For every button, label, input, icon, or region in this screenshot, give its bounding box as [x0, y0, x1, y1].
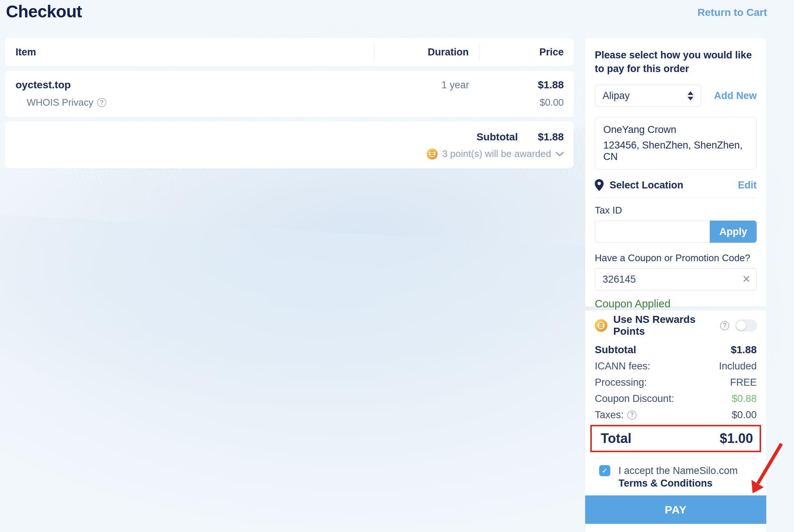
item-duration: 1 year: [385, 79, 479, 91]
coupon-question-label: Have a Coupon or Promotion Code?: [595, 252, 757, 264]
help-icon[interactable]: ?: [627, 410, 637, 420]
icann-fees-label: ICANN fees:: [595, 361, 650, 372]
taxes-value: $0.00: [732, 409, 757, 421]
total-label: Total: [601, 431, 631, 446]
edit-location-link[interactable]: Edit: [738, 180, 757, 191]
terms-checkbox[interactable]: ✓: [599, 465, 610, 476]
rewards-coin-icon: [427, 149, 438, 160]
summary-row-processing: Processing: FREE: [595, 376, 757, 389]
domain-name: oyctest.top: [5, 79, 385, 91]
terms-prefix: I accept the NameSilo.com: [618, 465, 738, 476]
summary-row-icann: ICANN fees: Included: [595, 360, 757, 372]
rewards-coin-icon: [595, 319, 607, 332]
coupon-discount-value: $0.88: [732, 393, 757, 405]
item-addon: WHOIS Privacy ?: [5, 97, 385, 108]
payment-prompt: Please select how you would like to pay …: [595, 48, 754, 76]
column-header-duration: Duration: [374, 43, 479, 61]
total-value: $1.00: [720, 431, 753, 446]
payment-method-section: Please select how you would like to pay …: [585, 38, 766, 307]
addon-label: WHOIS Privacy: [27, 97, 94, 108]
coupon-discount-label: Coupon Discount:: [595, 393, 674, 405]
payment-sidebar: Please select how you would like to pay …: [585, 38, 766, 532]
add-new-payment-link[interactable]: Add New: [714, 90, 757, 102]
summary-row-subtotal: Subtotal $1.88: [595, 344, 757, 356]
summary-row-taxes: Taxes: ? $0.00: [595, 409, 757, 421]
summary-subtotal-value: $1.88: [731, 344, 757, 356]
payment-method-select[interactable]: Alipay: [595, 85, 701, 107]
return-to-cart-link[interactable]: Return to Cart: [698, 7, 767, 18]
billing-address-box: OneYang Crown 123456, ShenZhen, ShenZhen…: [595, 117, 757, 170]
payer-name: OneYang Crown: [603, 124, 748, 136]
column-header-price: Price: [479, 43, 574, 61]
apply-tax-id-button[interactable]: Apply: [710, 221, 757, 243]
selected-payment-method: Alipay: [603, 90, 630, 102]
order-summary-section: Use NS Rewards Points ? Subtotal $1.88 I…: [585, 310, 766, 532]
help-icon[interactable]: ?: [97, 98, 106, 107]
addon-price: $0.00: [479, 97, 574, 108]
processing-value: FREE: [730, 377, 757, 388]
order-subtotal-label: Subtotal: [476, 131, 518, 143]
summary-subtotal-label: Subtotal: [595, 344, 636, 356]
chevron-down-icon: [556, 151, 564, 157]
check-icon: ✓: [602, 466, 608, 475]
clear-coupon-icon[interactable]: ✕: [742, 274, 751, 284]
icann-fees-value: Included: [719, 361, 757, 372]
terms-text: I accept the NameSilo.com Terms & Condit…: [618, 464, 748, 490]
rewards-points-toggle[interactable]: [735, 320, 757, 331]
tax-id-label: Tax ID: [595, 205, 757, 216]
checkout-page: Checkout Return to Cart Item Duration Pr…: [0, 0, 794, 532]
order-subtotal-value: $1.88: [538, 131, 564, 143]
column-header-item: Item: [5, 38, 374, 66]
points-note-text: 3 point(s) will be awarded: [442, 148, 551, 160]
payer-address: 123456, ShenZhen, ShenZhen, CN: [603, 140, 748, 163]
use-rewards-points-label: Use NS Rewards Points: [613, 314, 714, 337]
total-highlight-box: Total $1.00: [590, 425, 761, 452]
rewards-points-note[interactable]: 3 point(s) will be awarded: [427, 148, 564, 160]
location-pin-icon: [595, 179, 604, 191]
order-items-column: Item Duration Price oyctest.top 1 year $…: [5, 38, 574, 168]
summary-row-discount: Coupon Discount: $0.88: [595, 392, 757, 405]
order-item-row: oyctest.top 1 year $1.88 WHOIS Privacy ?…: [5, 71, 574, 117]
divider: [595, 198, 757, 198]
taxes-label: Taxes:: [595, 409, 624, 421]
help-icon[interactable]: ?: [720, 321, 729, 330]
page-title: Checkout: [6, 1, 82, 21]
terms-and-conditions-link[interactable]: Terms & Conditions: [618, 478, 713, 489]
select-arrows-icon: [688, 91, 693, 100]
item-price: $1.88: [479, 79, 574, 91]
coupon-code-input[interactable]: [595, 268, 757, 290]
toggle-knob: [736, 321, 746, 330]
divider: [595, 458, 757, 458]
select-location-label[interactable]: Select Location: [610, 180, 683, 191]
order-subtotal-card: Subtotal $1.88 3 point(s) will be awarde…: [5, 122, 574, 168]
order-table-header: Item Duration Price: [5, 38, 574, 66]
tax-id-input[interactable]: [595, 221, 710, 243]
pay-button[interactable]: PAY: [585, 495, 766, 524]
section-gap: [585, 307, 766, 310]
processing-label: Processing:: [595, 377, 647, 388]
